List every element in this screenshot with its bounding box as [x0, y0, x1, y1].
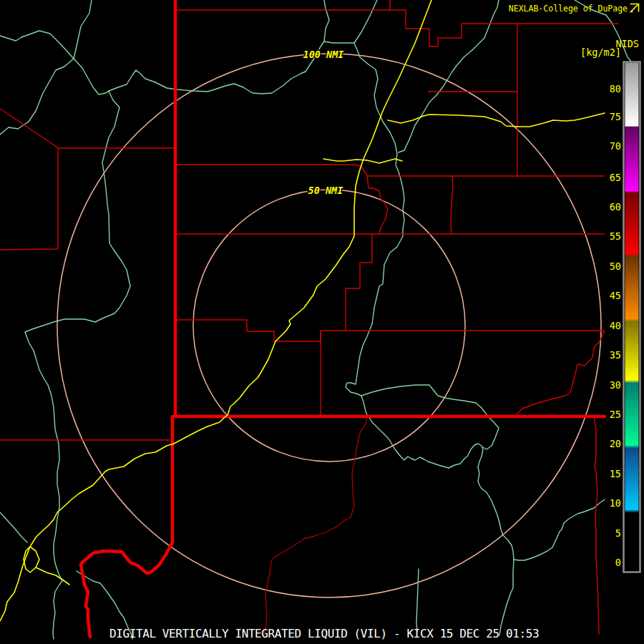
- scale-tick-label: 35: [610, 349, 621, 361]
- product-caption: DIGITAL VERTICALLY INTEGRATED LIQUID (VI…: [109, 627, 539, 640]
- scale-tick-label: 55: [610, 230, 621, 242]
- brand-text: NEXLAB-College of DuPage: [509, 4, 628, 14]
- scale-tick-label: 5: [615, 527, 621, 539]
- scale-tick-label: 20: [610, 438, 621, 449]
- scale-tick-label: 40: [610, 320, 621, 331]
- scale-tick-label: 70: [610, 140, 621, 152]
- color-scale-bar: [625, 63, 639, 571]
- scale-tick-label: 65: [610, 172, 621, 183]
- scale-tick-label: 45: [610, 290, 621, 301]
- map-background: [0, 0, 644, 644]
- radar-viewer: 100 NMI 50 NMI NIDS [kg/m2] 807570656055…: [0, 0, 644, 644]
- scale-tick-label: 25: [610, 409, 621, 420]
- scale-tick-label: 80: [610, 83, 621, 94]
- scale-tick-label: 0: [615, 557, 621, 568]
- scale-tick-label: 10: [610, 497, 621, 509]
- scale-tick-label: 50: [610, 260, 621, 272]
- scale-tick-label: 30: [610, 379, 621, 391]
- range-ring-50nmi-label: 50 NMI: [308, 185, 343, 196]
- scale-tick-label: 60: [610, 201, 621, 213]
- scale-tick-label: 15: [610, 468, 621, 479]
- range-ring-100nmi-label: 100 NMI: [303, 49, 344, 60]
- header: NEXLAB-College of DuPage: [509, 4, 639, 14]
- radar-map-canvas[interactable]: 100 NMI 50 NMI NIDS [kg/m2] 807570656055…: [0, 0, 644, 644]
- color-scale-units: [kg/m2]: [580, 47, 621, 58]
- scale-tick-label: 75: [610, 111, 621, 122]
